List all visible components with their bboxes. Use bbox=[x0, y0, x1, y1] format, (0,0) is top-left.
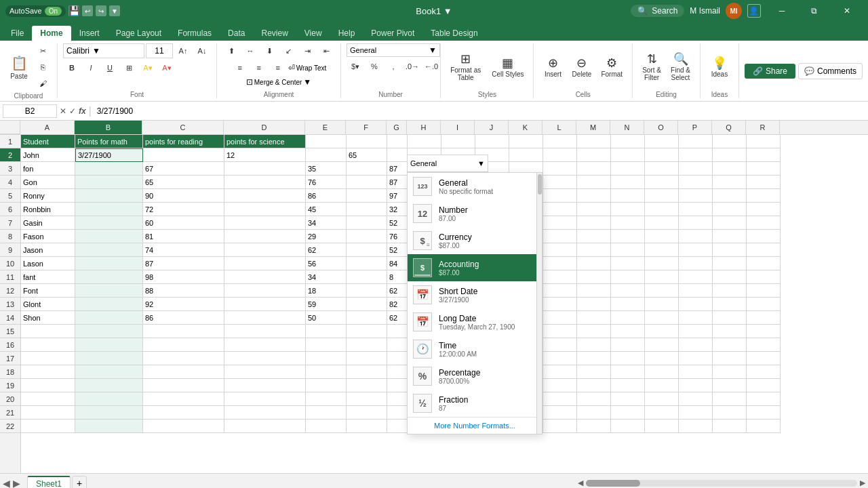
find-select-button[interactable]: 🔍 Find &Select bbox=[667, 46, 694, 87]
cell-19-5[interactable] bbox=[347, 379, 387, 392]
cell-7-13[interactable] bbox=[611, 216, 645, 230]
cell-13-6[interactable]: 82 bbox=[387, 298, 408, 311]
col-header-j[interactable]: J bbox=[475, 121, 509, 134]
cell-22-3[interactable] bbox=[224, 420, 306, 433]
cell-12-17[interactable] bbox=[747, 284, 781, 298]
cell-16-12[interactable] bbox=[577, 338, 611, 352]
cell-14-2[interactable]: 86 bbox=[143, 311, 224, 325]
font-size-selector[interactable]: 11 bbox=[146, 43, 173, 58]
cell-21-11[interactable] bbox=[543, 406, 577, 420]
font-family-selector[interactable]: Calibri ▼ bbox=[63, 43, 144, 58]
cell-16-15[interactable] bbox=[679, 338, 713, 352]
cell-18-6[interactable] bbox=[387, 365, 408, 379]
cell-13-16[interactable] bbox=[713, 298, 747, 311]
cell-17-2[interactable] bbox=[143, 352, 224, 365]
format-painter-button[interactable]: 🖌 bbox=[34, 76, 52, 91]
share-button[interactable]: 🔗 Share bbox=[745, 64, 795, 79]
ideas-button[interactable]: 💡 Ideas bbox=[706, 46, 733, 87]
cell-17-17[interactable] bbox=[747, 352, 781, 365]
cell-3-11[interactable] bbox=[543, 162, 577, 176]
cell-10-5[interactable] bbox=[347, 257, 387, 270]
col-header-l[interactable]: L bbox=[542, 121, 576, 134]
cell-19-4[interactable] bbox=[306, 379, 347, 392]
cell-2-15[interactable] bbox=[679, 148, 713, 162]
tab-home[interactable]: Home bbox=[32, 26, 71, 41]
cell-22-6[interactable] bbox=[387, 420, 408, 433]
cell-20-0[interactable] bbox=[21, 392, 75, 406]
cell-19-6[interactable] bbox=[387, 379, 408, 392]
tab-tabledesign[interactable]: Table Design bbox=[422, 26, 486, 41]
cell-4-16[interactable] bbox=[713, 176, 747, 189]
cell-14-3[interactable] bbox=[224, 311, 306, 325]
indent-increase-button[interactable]: ⇥ bbox=[298, 43, 316, 58]
cell-16-2[interactable] bbox=[143, 338, 224, 352]
cell-17-0[interactable] bbox=[21, 352, 75, 365]
row-num-16[interactable]: 16 bbox=[0, 338, 20, 352]
corner-cell[interactable] bbox=[0, 121, 20, 134]
number-format-selector[interactable]: General ▼ bbox=[347, 43, 440, 57]
cell-2-16[interactable] bbox=[713, 148, 747, 162]
cell-4-13[interactable] bbox=[611, 176, 645, 189]
cell-5-3[interactable] bbox=[224, 189, 306, 203]
row-num-11[interactable]: 11 bbox=[0, 270, 20, 284]
cell-3-5[interactable] bbox=[347, 162, 387, 176]
cell-19-0[interactable] bbox=[21, 379, 75, 392]
cell-19-16[interactable] bbox=[713, 379, 747, 392]
cell-1-1[interactable]: Points for math bbox=[75, 135, 143, 148]
cell-10-11[interactable] bbox=[543, 257, 577, 270]
cell-13-17[interactable] bbox=[747, 298, 781, 311]
cell-12-11[interactable] bbox=[543, 284, 577, 298]
cell-12-2[interactable]: 88 bbox=[143, 284, 224, 298]
more-number-formats-button[interactable]: More Number Formats... bbox=[408, 417, 542, 434]
cell-22-13[interactable] bbox=[611, 420, 645, 433]
format-option-currency[interactable]: $ ≡ Currency $87.00 bbox=[408, 227, 542, 254]
cell-9-3[interactable] bbox=[224, 243, 306, 257]
cell-12-4[interactable]: 18 bbox=[306, 284, 347, 298]
format-option-accounting[interactable]: $ Accounting $87.00 bbox=[408, 254, 542, 281]
cell-20-1[interactable] bbox=[75, 392, 143, 406]
cell-21-0[interactable] bbox=[21, 406, 75, 420]
cell-19-15[interactable] bbox=[679, 379, 713, 392]
cell-19-11[interactable] bbox=[543, 379, 577, 392]
cell-2-5[interactable]: 65 bbox=[347, 148, 387, 162]
col-header-a[interactable]: A bbox=[20, 121, 75, 134]
cell-14-0[interactable]: Shon bbox=[21, 311, 75, 325]
cell-styles-button[interactable]: ▦ Cell Styles bbox=[488, 46, 528, 87]
cell-15-6[interactable] bbox=[387, 325, 408, 338]
cell-13-3[interactable] bbox=[224, 298, 306, 311]
tab-formulas[interactable]: Formulas bbox=[170, 26, 220, 41]
cell-4-2[interactable]: 65 bbox=[143, 176, 224, 189]
cell-5-0[interactable]: Ronny bbox=[21, 189, 75, 203]
cell-13-11[interactable] bbox=[543, 298, 577, 311]
col-header-q[interactable]: Q bbox=[712, 121, 746, 134]
cell-20-12[interactable] bbox=[577, 392, 611, 406]
cell-1-4[interactable] bbox=[306, 135, 347, 148]
cell-10-0[interactable]: Lason bbox=[21, 257, 75, 270]
row-num-19[interactable]: 19 bbox=[0, 379, 20, 392]
cell-18-16[interactable] bbox=[713, 365, 747, 379]
cell-10-2[interactable]: 87 bbox=[143, 257, 224, 270]
col-header-p[interactable]: P bbox=[678, 121, 712, 134]
cell-20-4[interactable] bbox=[306, 392, 347, 406]
cell-13-2[interactable]: 92 bbox=[143, 298, 224, 311]
account-button[interactable]: 👤 bbox=[747, 4, 761, 18]
cell-8-0[interactable]: Fason bbox=[21, 230, 75, 243]
cell-22-4[interactable] bbox=[306, 420, 347, 433]
row-num-2[interactable]: 2 bbox=[0, 148, 20, 162]
wrap-text-button[interactable]: ⏎ Wrap Text bbox=[288, 60, 327, 75]
tab-review[interactable]: Review bbox=[253, 26, 296, 41]
cell-5-12[interactable] bbox=[577, 189, 611, 203]
col-header-r[interactable]: R bbox=[746, 121, 780, 134]
cell-7-2[interactable]: 60 bbox=[143, 216, 224, 230]
cell-1-8[interactable] bbox=[441, 135, 475, 148]
restore-button[interactable]: ⧉ bbox=[799, 0, 830, 22]
cell-2-2[interactable] bbox=[143, 148, 224, 162]
cell-3-0[interactable]: fon bbox=[21, 162, 75, 176]
scroll-right-button[interactable]: ▶ bbox=[860, 479, 865, 487]
cell-6-4[interactable]: 45 bbox=[306, 203, 347, 216]
cell-17-3[interactable] bbox=[224, 352, 306, 365]
cell-8-11[interactable] bbox=[543, 230, 577, 243]
cell-12-5[interactable] bbox=[347, 284, 387, 298]
cell-11-13[interactable] bbox=[611, 270, 645, 284]
cell-9-13[interactable] bbox=[611, 243, 645, 257]
